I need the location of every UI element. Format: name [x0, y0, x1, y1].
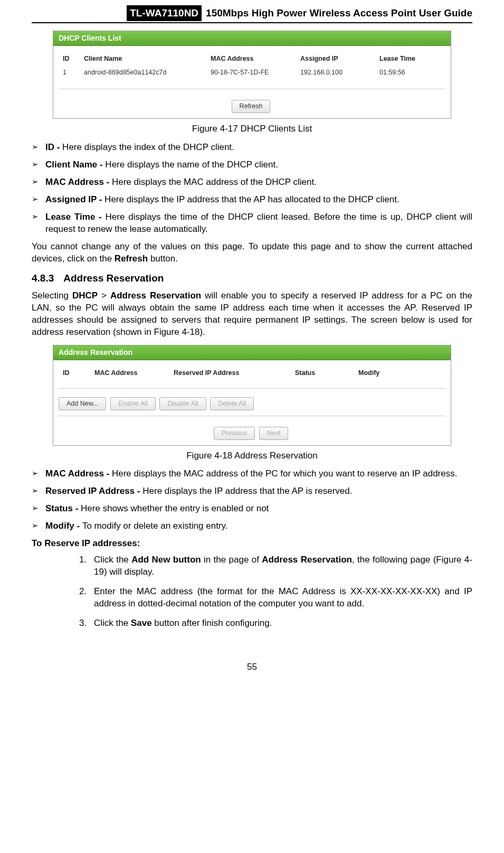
col-client: Client Name	[81, 51, 207, 69]
divider	[59, 89, 445, 89]
next-button[interactable]: Next	[259, 427, 289, 440]
bullet-term: Reserved IP Address -	[45, 486, 142, 496]
subheading: To Reserve IP addresses:	[32, 538, 472, 550]
bullet-text: Here displays the MAC address of the DHC…	[112, 177, 317, 187]
dhcp-clients-panel: DHCP Clients List ID Client Name MAC Add…	[53, 31, 451, 119]
bullet-icon: ➢	[32, 194, 45, 206]
delete-all-button[interactable]: Delete All	[210, 397, 254, 410]
list-item: 1. Click the Add New button in the page …	[79, 554, 472, 578]
panel-title: Address Reservation	[53, 345, 451, 360]
bullet-text: Here displays the time of the DHCP clien…	[45, 212, 472, 234]
bullet-item: ➢ Status - Here shows whether the entry …	[32, 503, 472, 515]
section-number: 4.8.3	[32, 273, 54, 284]
bullet-item: ➢ Client Name - Here displays the name o…	[32, 159, 472, 171]
bullet-item: ➢ Assigned IP - Here displays the IP add…	[32, 194, 472, 206]
bullet-term: MAC Address -	[45, 177, 112, 187]
bullet-text: Here shows whether the entry is enabled …	[81, 503, 269, 513]
col-modify: Modify	[355, 365, 444, 383]
bullet-item: ➢ MAC Address - Here displays the MAC ad…	[32, 176, 472, 189]
divider	[59, 388, 445, 389]
panel-title: DHCP Clients List	[53, 31, 451, 46]
bullet-term: Lease Time -	[45, 212, 106, 222]
bullet-text: Here displays the IP address that the AP…	[104, 194, 400, 204]
bullet-term: Modify -	[45, 521, 82, 531]
step-number: 1.	[79, 554, 94, 578]
col-ip: Assigned IP	[297, 51, 376, 69]
bullet-term: ID -	[45, 142, 62, 152]
paragraph: You cannot change any of the values on t…	[32, 241, 472, 265]
address-reservation-panel: Address Reservation ID MAC Address Reser…	[53, 345, 451, 446]
bullet-text: Here displays the index of the DHCP clie…	[62, 142, 234, 152]
bullet-item: ➢ Modify - To modify or delete an existi…	[32, 520, 472, 532]
bullet-icon: ➢	[32, 468, 45, 480]
bullet-icon: ➢	[32, 503, 45, 515]
disable-all-button[interactable]: Disable All	[159, 397, 206, 410]
bullet-term: MAC Address -	[45, 468, 112, 479]
bullet-icon: ➢	[32, 142, 45, 154]
list-item: 2. Enter the MAC address (the format for…	[79, 586, 472, 610]
bullet-icon: ➢	[32, 176, 45, 189]
model-badge: TL-WA7110ND	[127, 5, 202, 21]
bullet-item: ➢ Reserved IP Address - Here displays th…	[32, 485, 472, 498]
bullet-item: ➢ MAC Address - Here displays the MAC ad…	[32, 468, 472, 480]
bullet-icon: ➢	[32, 159, 45, 171]
add-new-button[interactable]: Add New...	[59, 397, 106, 410]
address-reservation-table: ID MAC Address Reserved IP Address Statu…	[60, 365, 444, 383]
step-number: 2.	[79, 586, 94, 610]
section-heading: 4.8.3Address Reservation	[32, 271, 472, 285]
bullet-text: Here displays the name of the DHCP clien…	[105, 160, 278, 170]
bullet-icon: ➢	[32, 211, 45, 236]
dhcp-clients-table: ID Client Name MAC Address Assigned IP L…	[60, 51, 444, 81]
cell-ip: 192.168.0.100	[297, 68, 376, 80]
col-mac: MAC Address	[91, 365, 170, 383]
numbered-list: 1. Click the Add New button in the page …	[79, 554, 472, 630]
cell-id: 1	[60, 68, 81, 80]
cell-client: android-869d85e0a1142c7d	[81, 68, 207, 80]
section-title: Address Reservation	[63, 273, 164, 284]
cell-mac: 90-18-7C-57-1D-FE	[207, 68, 297, 80]
col-status: Status	[292, 365, 355, 383]
table-row: 1 android-869d85e0a1142c7d 90-18-7C-57-1…	[60, 68, 444, 80]
bullet-icon: ➢	[32, 485, 45, 498]
col-reserved-ip: Reserved IP Address	[170, 365, 292, 383]
bullet-list-dhcp: ➢ ID - Here displays the index of the DH…	[32, 142, 472, 236]
bullet-list-reservation: ➢ MAC Address - Here displays the MAC ad…	[32, 468, 472, 532]
divider	[59, 416, 445, 416]
page-number: 55	[32, 661, 472, 673]
bullet-text: To modify or delete an existing entry.	[82, 521, 228, 531]
previous-button[interactable]: Previous	[214, 427, 255, 440]
col-id: ID	[60, 51, 81, 69]
bullet-term: Status -	[45, 503, 81, 513]
bullet-term: Assigned IP -	[45, 194, 104, 204]
col-mac: MAC Address	[207, 51, 297, 69]
col-id: ID	[60, 365, 91, 383]
paragraph: Selecting DHCP > Address Reservation wil…	[32, 290, 472, 339]
bullet-text: Here displays the MAC address of the PC …	[112, 468, 458, 479]
list-item: 3. Click the Save button after finish co…	[79, 617, 472, 630]
bullet-item: ➢ ID - Here displays the index of the DH…	[32, 142, 472, 154]
col-lease: Lease Time	[376, 51, 444, 69]
bullet-text: Here displays the IP address that the AP…	[142, 486, 352, 496]
bullet-item: ➢ Lease Time - Here displays the time of…	[32, 211, 472, 236]
refresh-button[interactable]: Refresh	[232, 100, 271, 113]
bullet-term: Client Name -	[45, 160, 105, 170]
step-number: 3.	[79, 617, 94, 630]
doc-title: 150Mbps High Power Wireless Access Point…	[206, 6, 472, 20]
bullet-icon: ➢	[32, 520, 45, 532]
figure-caption: Figure 4-18 Address Reservation	[32, 450, 472, 462]
figure-caption: Figure 4-17 DHCP Clients List	[32, 123, 472, 135]
enable-all-button[interactable]: Enable All	[110, 397, 156, 410]
cell-lease: 01:59:56	[376, 68, 444, 80]
doc-header: TL-WA7110ND 150Mbps High Power Wireless …	[32, 5, 472, 23]
